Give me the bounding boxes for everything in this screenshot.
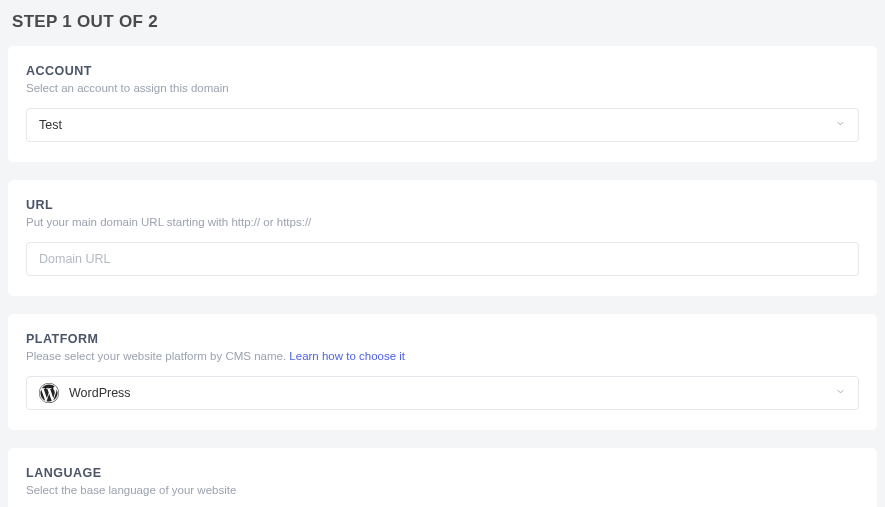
chevron-down-icon: [835, 118, 846, 132]
platform-help-prefix: Please select your website platform by C…: [26, 350, 289, 362]
language-card: LANGUAGE Select the base language of you…: [8, 448, 877, 507]
language-help-text: Select the base language of your website: [26, 484, 859, 496]
account-title: ACCOUNT: [26, 64, 859, 78]
account-select-value: Test: [39, 118, 835, 132]
account-select[interactable]: Test: [26, 108, 859, 142]
chevron-down-icon: [835, 386, 846, 400]
account-help-text: Select an account to assign this domain: [26, 82, 859, 94]
wordpress-icon: [39, 383, 59, 403]
platform-card: PLATFORM Please select your website plat…: [8, 314, 877, 430]
url-help-text: Put your main domain URL starting with h…: [26, 216, 859, 228]
platform-title: PLATFORM: [26, 332, 859, 346]
url-input[interactable]: [26, 242, 859, 276]
url-card: URL Put your main domain URL starting wi…: [8, 180, 877, 296]
platform-select-value: WordPress: [69, 386, 835, 400]
language-title: LANGUAGE: [26, 466, 859, 480]
platform-help-link[interactable]: Learn how to choose it: [289, 350, 405, 362]
platform-help-text: Please select your website platform by C…: [26, 350, 859, 362]
page-title: STEP 1 OUT OF 2: [8, 8, 877, 46]
platform-select[interactable]: WordPress: [26, 376, 859, 410]
account-card: ACCOUNT Select an account to assign this…: [8, 46, 877, 162]
url-title: URL: [26, 198, 859, 212]
